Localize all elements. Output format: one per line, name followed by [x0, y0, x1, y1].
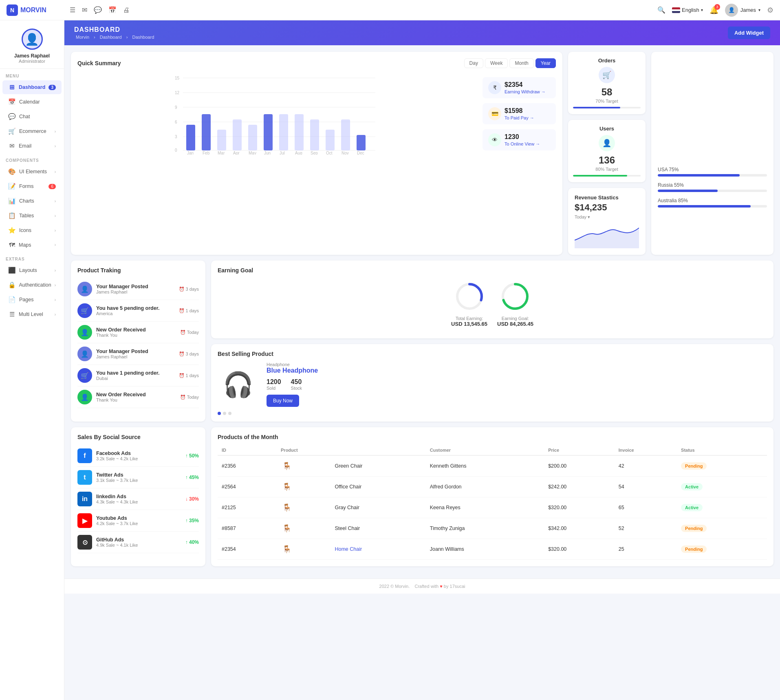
cell-customer: Kenneth Gittens	[426, 455, 544, 477]
notification-button[interactable]: 🔔 3	[709, 6, 718, 15]
user-name: James	[740, 7, 756, 13]
cell-id: #2125	[218, 497, 277, 518]
ss-item-sub: 3.1k Sale ~ 3.7k Like	[96, 478, 181, 483]
list-item: in linkedin Ads 4.3k Sale ~ 4.3k Like ↓ …	[77, 488, 199, 510]
pt-item-name: New Order Received	[96, 392, 176, 397]
stat-paid-label[interactable]: To Paid Pay →	[505, 115, 534, 120]
avatar: 👤	[22, 29, 43, 50]
stat-earning-amount: $2354	[505, 81, 546, 88]
components-section-label: COMPONENTS	[0, 153, 64, 164]
eye-icon: 👁	[488, 133, 501, 146]
cell-price: $320.00	[544, 497, 615, 518]
dot-2[interactable]	[223, 412, 226, 415]
cell-price: $242.00	[544, 477, 615, 497]
avatar: 👤	[77, 347, 92, 361]
col-product: Product	[277, 445, 426, 455]
sidebar-item-icons[interactable]: ⭐ Icons ›	[2, 223, 62, 237]
ss-item-name: Facebook Ads	[96, 450, 181, 456]
tab-day[interactable]: Day	[464, 58, 483, 68]
tab-year[interactable]: Year	[535, 58, 556, 68]
cell-id: #2356	[218, 455, 277, 477]
sidebar-item-chat[interactable]: 💬 Chat	[2, 110, 62, 124]
breadcrumb-dashboard2[interactable]: Dashboard	[132, 35, 154, 40]
sidebar-item-dashboard[interactable]: ⊞ Dashboard 3	[2, 80, 62, 94]
sidebar-item-forms[interactable]: 📝 Forms 6	[2, 179, 62, 193]
cell-status: Pending	[677, 455, 767, 477]
sidebar-item-multi-level[interactable]: ☰ Multi Level ›	[2, 307, 62, 321]
svg-text:Feb: Feb	[203, 151, 210, 155]
geo-bar-fill-australia	[658, 205, 751, 208]
social-sales-title: Sales By Social Source	[77, 434, 199, 440]
users-value: 136	[573, 155, 641, 166]
table-header: ID Product Customer Price Invoice Status	[218, 445, 767, 455]
ss-item-info: Facebook Ads 3.2k Sale ~ 4.2k Like	[96, 450, 181, 461]
logo[interactable]: N MORVIN	[7, 4, 70, 16]
cell-product[interactable]: Home Chair	[331, 539, 425, 560]
revenue-period[interactable]: Today ▾	[575, 214, 639, 220]
svg-text:Aug: Aug	[295, 151, 302, 155]
pt-item-info: Your Manager Posted James Raphael	[96, 349, 175, 359]
breadcrumb-morvin[interactable]: Morvin	[76, 35, 89, 40]
cell-customer: Alfred Gordon	[426, 477, 544, 497]
earning-goal-circles: Total Earning: USD 13,545.65	[218, 280, 767, 327]
stat-online-label[interactable]: To Online View →	[505, 141, 540, 146]
search-icon[interactable]: 🔍	[657, 6, 665, 14]
menu-section-label: MENU	[0, 69, 64, 80]
sidebar-item-email[interactable]: ✉ Email ›	[2, 139, 62, 153]
product-thumbnail: 🪑	[281, 501, 293, 514]
earning-goal-circle: Earning Goal: USD 84,265.45	[497, 280, 533, 327]
revenue-header: Revenue Stastics	[575, 194, 639, 201]
hamburger-icon[interactable]: ☰	[70, 6, 75, 14]
revenue-card: Revenue Stastics $14,235 Today ▾	[568, 188, 646, 255]
orders-title: Orders	[573, 57, 641, 64]
users-bar	[573, 175, 641, 177]
ss-item-pct: ↑ 45%	[185, 475, 199, 480]
sidebar-item-authentication[interactable]: 🔒 Authentication ›	[2, 278, 62, 292]
buy-now-button[interactable]: Buy Now	[267, 395, 299, 407]
tab-week[interactable]: Week	[485, 58, 508, 68]
pt-item-time: ⏰ 1 days	[179, 373, 199, 378]
geo-bar-usa	[658, 174, 767, 177]
status-badge: Pending	[681, 545, 707, 553]
sidebar-item-tables[interactable]: 📋 Tables ›	[2, 209, 62, 223]
ss-item-pct: ↑ 35%	[185, 518, 199, 523]
settings-icon[interactable]: ⚙	[767, 6, 773, 15]
sidebar-item-pages[interactable]: 📄 Pages ›	[2, 293, 62, 307]
pt-item-time: ⏰ 3 days	[179, 287, 199, 292]
chevron-right-icon: ›	[55, 312, 56, 317]
sidebar-item-calendar[interactable]: 📅 Calendar	[2, 95, 62, 109]
sidebar-item-ui-elements[interactable]: 🎨 UI Elements ›	[2, 165, 62, 179]
pt-item-time: ⏰ 1 days	[179, 308, 199, 314]
sidebar-item-layouts[interactable]: ⬛ Layouts ›	[2, 263, 62, 277]
avatar: 🛒	[77, 368, 92, 383]
sidebar-item-charts[interactable]: 📊 Charts ›	[2, 194, 62, 208]
cell-invoice: 54	[615, 477, 677, 497]
user-menu[interactable]: 👤 James ▾	[725, 4, 760, 17]
sidebar-item-ecommerce[interactable]: 🛒 Ecommerce ›	[2, 124, 62, 138]
ss-item-pct: ↓ 30%	[185, 496, 199, 502]
print-icon[interactable]: 🖨	[123, 7, 130, 14]
calendar-icon[interactable]: 📅	[108, 6, 117, 14]
earning-goal-card: Earning Goal Total Earning:	[211, 261, 773, 338]
ss-item-info: Youtube Ads 4.2k Sale ~ 3.7k Like	[96, 515, 181, 526]
dashboard-icon: ⊞	[8, 84, 15, 91]
dot-1[interactable]	[218, 412, 221, 415]
stat-paid: 💳 $1598 To Paid Pay →	[483, 103, 556, 124]
cell-id: #2354	[218, 539, 277, 560]
breadcrumb-dashboard1[interactable]: Dashboard	[100, 35, 122, 40]
total-earning-circle: Total Earning: USD 13,545.65	[451, 280, 487, 327]
sidebar-item-label: Multi Level	[19, 311, 51, 317]
topnav-right: 🔍 English ▾ 🔔 3 👤 James ▾ ⚙	[657, 4, 773, 17]
orders-card: Orders 🛒 58 70% Target	[568, 52, 646, 114]
chat-icon[interactable]: 💬	[94, 6, 102, 14]
mail-icon[interactable]: ✉	[82, 6, 87, 14]
add-widget-button[interactable]: Add Widget	[728, 26, 770, 39]
stat-earning-label[interactable]: Earning Withdraw →	[505, 89, 546, 94]
language-selector[interactable]: English ▾	[672, 7, 703, 13]
dot-3[interactable]	[228, 412, 231, 415]
tab-month[interactable]: Month	[509, 58, 533, 68]
sold-value: 1200	[267, 378, 281, 386]
geo-bar-fill-russia	[658, 190, 718, 192]
sidebar-item-maps[interactable]: 🗺 Maps ›	[2, 238, 62, 252]
card-icon: 💳	[488, 107, 501, 120]
